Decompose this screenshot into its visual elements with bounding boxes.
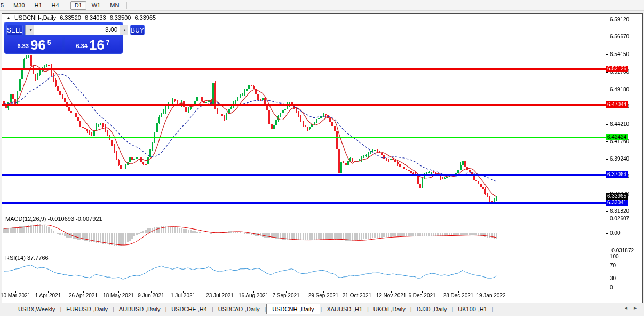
price-level-badge-6.52126: 6.52126 — [606, 66, 628, 72]
buy-button[interactable]: BUY — [130, 25, 145, 35]
chart-tab-ukoil-daily[interactable]: UKOil-,Daily — [369, 305, 410, 313]
ohlc-open: 6.33520 — [60, 14, 81, 21]
timeframe-button-H1[interactable]: H1 — [30, 1, 46, 10]
date-tick-6-Dec-2021: 6 Dec 2021 — [408, 293, 435, 298]
timeframe-button-MN[interactable]: MN — [106, 1, 123, 10]
macd-tick-0.00: 0.00 — [610, 230, 620, 236]
volume-stepper: ▼ ▲ — [25, 25, 128, 35]
date-tick-12-Nov-2021: 12 Nov 2021 — [376, 293, 407, 298]
chart-tabs: USDX,Weekly|EURUSD-,Daily|AUDUSD-,Daily|… — [0, 304, 494, 314]
date-tick-1-Jul-2021: 1 Jul 2021 — [171, 293, 195, 298]
tab-scroll-right-icon[interactable]: ▸ — [634, 305, 637, 311]
ohlc-high: 6.34033 — [85, 14, 106, 21]
chart-tab-usdcnh-daily[interactable]: USDCNH-,Daily — [266, 304, 320, 314]
sell-price-big: 96 — [30, 38, 46, 51]
volume-decrease-button[interactable]: ▼ — [26, 25, 34, 35]
date-tick-28-Dec-2021: 28 Dec 2021 — [443, 293, 474, 298]
chart-window: ▲ USDCNH-,Daily 6.33520 6.34033 6.33500 … — [2, 13, 643, 303]
date-tick-18-May-2021: 18 May 2021 — [103, 293, 134, 298]
price-level-badge-6.42424: 6.42424 — [606, 134, 628, 140]
chart-tab-uk100-h1[interactable]: UK100-,H1 — [454, 305, 491, 313]
chart-tab-eurusd-daily[interactable]: EURUSD-,Daily — [62, 305, 112, 313]
date-tick-9-Jun-2021: 9 Jun 2021 — [138, 293, 164, 298]
tab-scroll-left-icon[interactable]: ◂ — [625, 305, 627, 311]
price-tick-6.56670: 6.56670 — [610, 34, 629, 40]
price-tick-6.49180: 6.49180 — [610, 86, 629, 92]
ohlc-close: 6.33965 — [134, 14, 156, 21]
rsi-indicator-label: RSI(14) 37.7766 — [5, 255, 49, 261]
sell-button[interactable]: SELL — [6, 25, 23, 35]
trade-panel-controls: SELL ▼ ▲ BUY — [6, 25, 121, 35]
mt4-workspace: { "toolbar": { "timeframes": [ {"label":… — [0, 0, 644, 316]
date-tick-19-Jan-2022: 19 Jan 2022 — [476, 293, 505, 298]
macd-tick-0.02607: 0.02607 — [610, 216, 629, 222]
toolbar-separator — [126, 2, 127, 9]
rsi-tick-0: 0 — [610, 285, 613, 290]
sell-price-small: 6.33 — [17, 43, 28, 49]
chart-tab-usdx-weekly[interactable]: USDX,Weekly — [14, 305, 59, 313]
sell-price-sup: 5 — [47, 39, 51, 46]
chart-tab-bar: USDX,Weekly|EURUSD-,Daily|AUDUSD-,Daily|… — [0, 303, 644, 315]
chart-tab-xauusd-h1[interactable]: XAUUSD-,H1 — [322, 305, 367, 313]
date-tick-16-Aug-2021: 16 Aug 2021 — [238, 293, 268, 298]
timeframe-button-5[interactable]: 5 — [0, 1, 8, 10]
price-tick-6.44210: 6.44210 — [610, 121, 629, 127]
price-tick-6.39240: 6.39240 — [610, 156, 629, 162]
price-tick-6.31820: 6.31820 — [610, 208, 629, 214]
sell-price-box[interactable]: 6.33 96 5 — [6, 37, 62, 52]
chart-tab-usdcad-daily[interactable]: USDCAD-,Daily — [214, 305, 264, 313]
chart-symbol-label: USDCNH-,Daily — [14, 14, 56, 21]
chart-title: ▲ USDCNH-,Daily 6.33520 6.34033 6.33500 … — [6, 14, 156, 21]
chart-canvas[interactable] — [2, 14, 642, 302]
price-level-badge-6.33965: 6.33965 — [606, 193, 628, 200]
chart-tab-dj30-daily[interactable]: DJ30-,Daily — [412, 305, 451, 313]
price-tick-6.54150: 6.54150 — [610, 51, 629, 57]
price-level-badge-6.47044: 6.47044 — [606, 101, 628, 108]
volume-increase-button[interactable]: ▲ — [120, 25, 128, 35]
timeframe-button-H4[interactable]: H4 — [47, 1, 63, 10]
buy-price-small: 6.34 — [76, 43, 87, 49]
rsi-tick-30: 30 — [610, 275, 616, 281]
rsi-tick-100: 100 — [610, 254, 619, 259]
volume-input[interactable] — [34, 25, 120, 35]
timeframe-button-W1[interactable]: W1 — [88, 1, 105, 10]
timeframe-button-D1[interactable]: D1 — [70, 1, 86, 10]
chart-tab-usdchf-h4[interactable]: USDCHF-,H4 — [167, 305, 211, 313]
date-tick-21-Oct-2021: 21 Oct 2021 — [343, 293, 371, 298]
timeframe-toolbar: 5M30H1H4D1W1MN — [0, 0, 644, 11]
one-click-trade-panel: SELL ▼ ▲ BUY 6.33 96 5 6.34 16 7 — [4, 22, 123, 53]
one-click-panel-toggle-icon[interactable]: ▲ — [6, 15, 11, 21]
macd-indicator-label: MACD(12,26,9) -0.010693 -0.007921 — [5, 216, 102, 222]
rsi-tick-70: 70 — [610, 263, 616, 268]
toolbar-separator — [67, 2, 67, 9]
chart-tab-audusd-daily[interactable]: AUDUSD-,Daily — [115, 305, 165, 313]
price-level-badge-6.37063: 6.37063 — [606, 171, 628, 178]
buy-price-box[interactable]: 6.34 16 7 — [65, 37, 121, 52]
tab-scroll-arrows: ◂ ▸ — [625, 305, 637, 311]
date-tick-7-Sep-2021: 7 Sep 2021 — [272, 293, 299, 298]
date-tick-29-Sep-2021: 29 Sep 2021 — [308, 293, 339, 298]
macd-tick--0.031872: -0.031872 — [610, 248, 634, 254]
price-level-badge-6.33041: 6.33041 — [606, 200, 628, 206]
date-tick-1-Apr-2021: 1 Apr 2021 — [35, 293, 61, 298]
date-tick-26-Apr-2021: 26 Apr 2021 — [69, 293, 98, 298]
buy-price-sup: 7 — [106, 39, 110, 46]
timeframe-button-M30[interactable]: M30 — [9, 1, 29, 10]
price-tick-6.59120: 6.59120 — [610, 17, 629, 22]
date-tick-10-Mar-2021: 10 Mar 2021 — [1, 293, 30, 298]
ohlc-low: 6.33500 — [110, 14, 131, 21]
date-tick-23-Jul-2021: 23 Jul 2021 — [206, 293, 234, 298]
buy-price-big: 16 — [89, 38, 105, 51]
tab-separator: | — [491, 306, 494, 312]
